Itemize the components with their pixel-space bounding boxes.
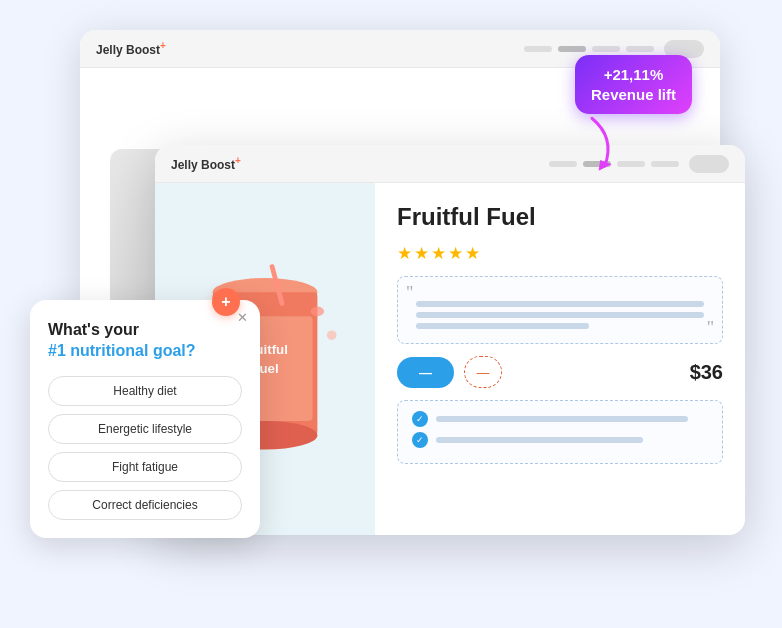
action-row: — — $36 [397, 356, 723, 388]
checklist-box: ✓ ✓ [397, 400, 723, 464]
back-logo: Jelly Boost+ [96, 40, 514, 57]
quiz-card: + ✕ What's your #1 nutritional goal? Hea… [30, 300, 260, 538]
front-stars: ★ ★ ★ ★ ★ [397, 243, 723, 264]
browser-bar-front: Jelly Boost+ [155, 145, 745, 183]
quiz-title-highlight: #1 nutritional goal? [48, 342, 196, 359]
quiz-title: What's your #1 nutritional goal? [48, 320, 242, 362]
plus-badge: + [212, 288, 240, 316]
revenue-badge: +21,11% Revenue lift [575, 55, 692, 114]
quiz-option-3[interactable]: Fight fatigue [48, 452, 242, 482]
quiz-option-4[interactable]: Correct deficiencies [48, 490, 242, 520]
minus-button[interactable]: — [464, 356, 502, 388]
browser-btn-front [689, 155, 729, 173]
svg-point-10 [327, 330, 337, 340]
check-item-2: ✓ [412, 432, 708, 448]
check-icon-2: ✓ [412, 432, 428, 448]
check-item-1: ✓ [412, 411, 708, 427]
quiz-options: Healthy diet Energetic lifestyle Fight f… [48, 376, 242, 520]
front-logo: Jelly Boost+ [171, 155, 539, 172]
detail-panel: Fruitful Fuel ★ ★ ★ ★ ★ " " — [375, 183, 745, 535]
product-price: $36 [690, 361, 723, 384]
add-to-cart-button[interactable]: — [397, 357, 454, 388]
quote-lines [412, 287, 708, 333]
quiz-option-1[interactable]: Healthy diet [48, 376, 242, 406]
svg-marker-0 [595, 158, 611, 174]
quiz-option-2[interactable]: Energetic lifestyle [48, 414, 242, 444]
quote-open: " [406, 283, 413, 304]
quote-close: " [707, 318, 714, 339]
nav-dots-back [524, 46, 654, 52]
front-product-title: Fruitful Fuel [397, 203, 723, 231]
quote-line-2 [416, 312, 704, 318]
svg-point-9 [311, 307, 324, 317]
check-line-2 [436, 437, 643, 443]
revenue-line2: Revenue lift [591, 85, 676, 105]
quote-box: " " [397, 276, 723, 344]
check-icon-1: ✓ [412, 411, 428, 427]
revenue-line1: +21,11% [591, 65, 676, 85]
quiz-close-button[interactable]: ✕ [237, 310, 248, 325]
check-line-1 [436, 416, 688, 422]
quote-line-1 [416, 301, 704, 307]
quote-line-3 [416, 323, 589, 329]
